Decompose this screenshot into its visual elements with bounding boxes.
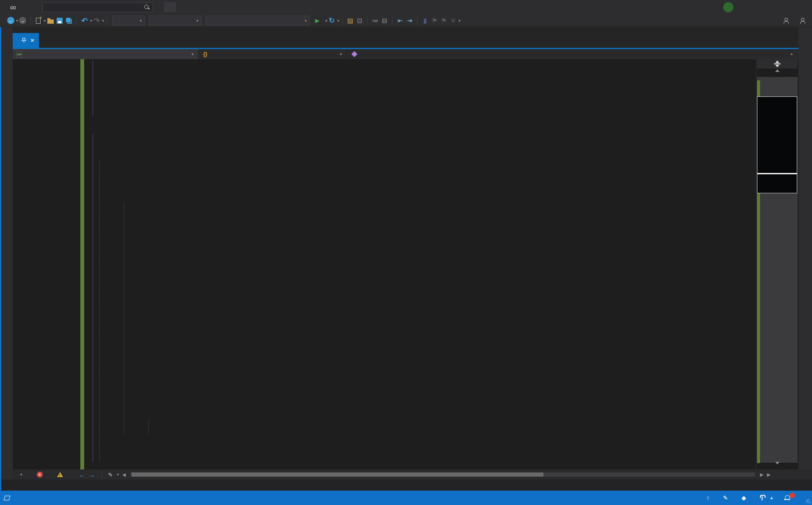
refresh-button[interactable]: ↻	[327, 16, 337, 25]
open-file-button[interactable]	[46, 16, 55, 25]
code-editor[interactable]	[13, 59, 756, 469]
bookmark-next-icon[interactable]: ⚑	[439, 16, 448, 25]
indent-increase-icon[interactable]: ⇥	[405, 16, 414, 25]
play-icon: ▶	[315, 17, 319, 24]
navigate-backward-icon[interactable]: ←	[79, 471, 85, 478]
close-icon[interactable]: ✕	[30, 37, 35, 44]
add-item-icon[interactable]: ▤	[346, 16, 355, 25]
live-share-button[interactable]	[783, 18, 792, 24]
scroll-up-arrow[interactable]	[757, 69, 798, 76]
navigate-forward-icon[interactable]: →	[89, 471, 95, 478]
platform-dropdown[interactable]: ▾	[149, 16, 201, 25]
feedback-icon[interactable]	[798, 16, 807, 25]
split-editor-handle[interactable]	[757, 59, 798, 69]
visual-studio-logo-icon: ∞	[6, 3, 20, 12]
undo-button[interactable]: ↶	[80, 16, 89, 25]
incoming-commits[interactable]: ↑	[703, 494, 716, 501]
resize-grip[interactable]	[806, 499, 810, 503]
horizontal-scrollbar[interactable]	[131, 472, 755, 477]
error-icon[interactable]: ✕	[37, 472, 43, 478]
search-icon[interactable]	[143, 4, 150, 11]
configuration-dropdown[interactable]: ▾	[112, 16, 145, 25]
title-bar: ∞	[0, 0, 812, 14]
minimap-scrollbar[interactable]	[757, 59, 798, 469]
notifications-button[interactable]	[781, 495, 801, 501]
scroll-right-arrow[interactable]: ▶	[760, 472, 763, 478]
class-icon: {}	[203, 51, 207, 57]
search-input[interactable]	[43, 4, 143, 11]
minimap-current-line	[757, 173, 797, 174]
new-file-button[interactable]	[34, 16, 43, 25]
branch-indicator[interactable]: ▲	[756, 495, 777, 501]
right-tool-strip	[798, 27, 812, 480]
breadcrumb-class[interactable]: {}	[200, 49, 213, 59]
indent-guide	[99, 160, 100, 462]
chevron-down-icon[interactable]: ▾	[117, 472, 119, 477]
bottom-panel-tabs	[0, 480, 812, 491]
pending-edits[interactable]: ✎	[720, 494, 734, 501]
maximize-button[interactable]	[773, 0, 793, 14]
warning-icon[interactable]: !	[57, 472, 63, 477]
notification-badge	[790, 493, 795, 498]
minimap-viewport[interactable]	[757, 96, 797, 193]
standard-toolbar: ← ▾ → ▾ ↶ ▾ ↷ ▾ ▾ ▾ ▾ ▶ ▾ ↻ ▾ ▤ ⊡ ≔ ⊟ ⇤	[0, 14, 812, 27]
editor-minimap-divider	[756, 59, 757, 469]
editor-status-strip: ▾ ✕ ! ← → ✎ ▾ ◀ ▶ ▶	[13, 469, 812, 480]
save-button[interactable]	[55, 16, 64, 25]
redo-button[interactable]: ↷	[92, 16, 102, 25]
outline-margin-line	[93, 60, 93, 116]
chevron-down-icon[interactable]: ▾	[340, 52, 342, 56]
navigate-back-button[interactable]: ←	[6, 16, 15, 25]
bell-icon	[785, 495, 790, 500]
indent-decrease-icon[interactable]: ⇤	[395, 16, 405, 25]
chevron-down-icon[interactable]: ▾	[192, 52, 194, 56]
chevron-down-icon[interactable]: ▾	[102, 19, 104, 23]
pencil-icon: ✎	[723, 494, 728, 501]
pin-icon[interactable]	[22, 38, 26, 43]
change-tracking-bar	[80, 59, 84, 469]
arrow-up-icon: ↑	[707, 494, 710, 501]
bookmark-prev-icon[interactable]: ⚑	[430, 16, 439, 25]
start-debug-button[interactable]: ▶ ▾	[315, 17, 327, 24]
indent-guide	[148, 419, 149, 433]
tab-myconnector[interactable]: ✕	[13, 33, 39, 48]
breadcrumb: C# ▾ {} ▾ ▾	[13, 49, 798, 59]
breadcrumb-project[interactable]: C#	[13, 49, 28, 59]
navigate-forward-button[interactable]: →	[18, 16, 27, 25]
share-icon	[783, 18, 789, 24]
structure-icon[interactable]: ⊟	[380, 16, 389, 25]
chevron-down-icon[interactable]: ▾	[790, 52, 793, 56]
window-controls	[754, 0, 812, 14]
solution-name	[164, 2, 176, 12]
repo-icon: ◆	[741, 494, 746, 501]
minimize-button[interactable]	[754, 0, 773, 14]
horizontal-scrollbar-thumb[interactable]	[132, 472, 543, 477]
left-tool-strip	[0, 27, 13, 480]
close-button[interactable]	[793, 0, 812, 14]
window-accent-border	[0, 27, 1, 491]
saved-icon	[4, 496, 11, 500]
search-box[interactable]	[42, 3, 153, 12]
user-avatar[interactable]	[723, 2, 733, 12]
save-all-button[interactable]	[64, 16, 74, 25]
chevron-up-icon: ▲	[770, 496, 774, 500]
outline-margin-line	[93, 134, 93, 462]
pencil-icon[interactable]: ✎	[108, 472, 113, 478]
outline-icon[interactable]: ≔	[370, 16, 380, 25]
chevron-down-icon[interactable]: ▾	[458, 19, 461, 23]
scroll-left-arrow[interactable]: ◀	[122, 472, 126, 478]
breadcrumb-highlight	[13, 49, 199, 59]
chevron-down-icon[interactable]: ▾	[337, 19, 340, 23]
document-tab-bar: ✕	[13, 27, 798, 48]
repository-indicator[interactable]: ◆	[738, 494, 752, 501]
preview-icon[interactable]: ⊡	[355, 16, 364, 25]
bookmark-icon[interactable]: ▮	[420, 16, 430, 25]
breadcrumb-member[interactable]	[348, 49, 363, 59]
zoom-dropdown[interactable]: ▾	[16, 472, 22, 477]
scroll-right-page-arrow[interactable]: ▶	[767, 472, 771, 478]
status-bar: ↑ ✎ ◆ ▲	[0, 491, 812, 505]
method-icon	[351, 51, 357, 57]
scroll-down-arrow[interactable]	[757, 462, 798, 469]
startup-project-dropdown[interactable]: ▾	[206, 16, 310, 25]
bookmark-clear-icon[interactable]: ✕	[448, 16, 458, 25]
